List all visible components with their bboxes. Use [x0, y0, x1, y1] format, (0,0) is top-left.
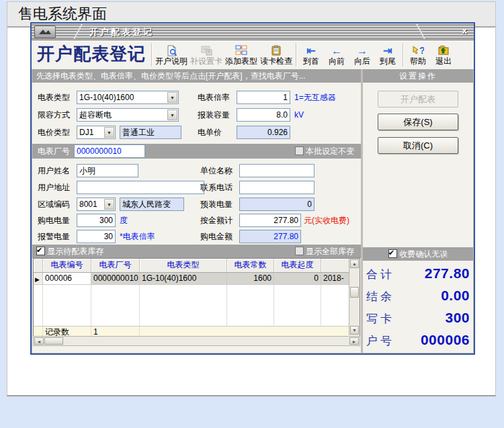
ratio-hint: 1=无互感器 — [294, 91, 336, 104]
keep-batch-label: 本批设定不变 — [306, 146, 354, 156]
grid-line — [139, 285, 140, 326]
svg-text:?: ? — [419, 45, 424, 56]
write-card-row: 写卡 300 — [363, 310, 473, 330]
account-no-value: 000006 — [421, 332, 470, 348]
column-header: 电表厂号 — [91, 259, 140, 272]
show-pending-checkbox-row[interactable]: 显示待配表库存 — [36, 245, 103, 258]
grid-line — [42, 285, 43, 326]
show-pending-checkbox[interactable] — [36, 247, 45, 255]
grid-line — [91, 285, 91, 326]
phone-input[interactable] — [239, 181, 314, 194]
capacity-input[interactable] — [237, 108, 290, 122]
toolbar-brand-title: 开户配表登记 — [32, 42, 149, 68]
read-card-check-button[interactable]: 读卡检查 — [259, 44, 294, 66]
main-form-area: 先选择电表类型、电表倍率、电价类型等后点击[开户配表]，查找电表厂号... 电表… — [32, 69, 361, 353]
vertical-scrollbar[interactable]: ▲ ▼ — [349, 259, 360, 335]
scrollbar-thumb[interactable] — [350, 287, 359, 298]
meter-type-value: 1G-10(40)1600 — [79, 93, 134, 102]
scrollbar-thumb[interactable] — [44, 337, 63, 345]
go-last-button[interactable]: ⇥ 到尾 — [375, 44, 401, 66]
scroll-up-icon[interactable]: ▲ — [350, 259, 359, 268]
unit-name-input[interactable] — [239, 164, 314, 177]
instruction-bar: 先选择电表类型、电表倍率、电价类型等后点击[开户配表]，查找电表厂号... — [32, 69, 361, 83]
toolbar-button-label: 读卡检查 — [260, 56, 292, 66]
fee-confirm-label: 收费确认无误 — [399, 249, 448, 259]
table-row[interactable]: 000006 0000000010 1G-10(40)1600 1600 0 2… — [34, 273, 360, 285]
go-first-button[interactable]: ⇤ 到首 — [298, 44, 324, 66]
factory-number-input[interactable] — [74, 144, 145, 158]
total-row: 合计 277.80 — [363, 265, 473, 286]
toolbar-button-label: 到尾 — [380, 56, 396, 66]
toolbar-button-label: 到首 — [303, 56, 319, 66]
balance-value: 0.00 — [441, 288, 470, 304]
buy-amount-value: 277.80 — [239, 230, 301, 243]
alarm-qty-label: 报警电量 — [38, 230, 70, 243]
limit-mode-label: 限容方式 — [38, 108, 70, 122]
help-button[interactable]: ? 帮助 — [405, 44, 431, 66]
user-name-input[interactable] — [77, 164, 138, 177]
address-label: 用户地址 — [38, 181, 70, 194]
limit-mode-value: 超容断电 — [79, 110, 112, 120]
scroll-right-icon[interactable]: ► — [349, 337, 359, 345]
exit-button[interactable]: 退出 — [431, 44, 456, 66]
area-code-select[interactable]: 8001 — [77, 198, 116, 211]
toolbar-separator — [296, 43, 296, 67]
row-selector-icon — [34, 273, 43, 285]
dropdown-arrow-icon[interactable] — [104, 127, 114, 138]
horizontal-scrollbar[interactable]: ◄ ► — [33, 336, 360, 346]
dropdown-arrow-icon[interactable] — [104, 199, 114, 210]
alarm-qty-input[interactable] — [77, 230, 116, 243]
grid-line — [226, 285, 227, 326]
reissue-card-button: * 补设置卡 — [189, 44, 224, 66]
scroll-down-icon[interactable]: ▼ — [350, 326, 359, 335]
grid-empty-area — [34, 285, 360, 326]
dropdown-arrow-icon[interactable] — [167, 110, 177, 120]
open-meter-button: 开户配表 — [378, 91, 458, 108]
buy-amount-label: 购电金额 — [200, 230, 233, 243]
meter-type-select[interactable]: 1G-10(40)1600 — [77, 91, 179, 104]
show-all-checkbox-row[interactable]: 显示全部库存 — [295, 245, 354, 258]
limit-mode-select[interactable]: 超容断电 — [77, 108, 179, 122]
keep-batch-checkbox[interactable] — [295, 146, 304, 155]
add-meter-type-button[interactable]: 添加表型 — [224, 44, 259, 66]
address-input[interactable] — [77, 181, 204, 194]
toolbar-button-label: 添加表型 — [225, 56, 257, 66]
grid-header-row: 电表编号 电表厂号 电表类型 电表常数 电表起度 — [34, 259, 360, 273]
dialog-body: 先选择电表类型、电表倍率、电价类型等后点击[开户配表]，查找电表厂号... 电表… — [32, 69, 474, 353]
cancel-button[interactable]: 取消(C) — [378, 137, 458, 154]
scroll-left-icon[interactable]: ◄ — [34, 337, 44, 345]
by-amount-input[interactable] — [239, 214, 301, 227]
exit-folder-icon — [431, 44, 456, 57]
total-label: 合计 — [366, 267, 394, 282]
save-button[interactable]: 保存(S) — [378, 114, 458, 130]
go-next-button[interactable]: → 向后 — [349, 44, 375, 66]
keep-batch-checkbox-row[interactable]: 本批设定不变 — [295, 144, 354, 158]
write-card-label: 写卡 — [366, 311, 394, 327]
doc-search-icon — [154, 44, 189, 57]
cell-meter-type: 1G-10(40)1600 — [140, 273, 227, 285]
actions-panel-header: 设置操作 — [363, 69, 473, 83]
dropdown-arrow-icon[interactable] — [167, 92, 177, 103]
arrow-right-icon: → — [357, 45, 368, 56]
cell-date: 2018- — [321, 273, 349, 285]
unit-name-label: 单位名称 — [200, 164, 233, 177]
toolbar-button-label: 向前 — [329, 56, 345, 66]
show-all-checkbox[interactable] — [295, 247, 304, 255]
column-header — [321, 259, 349, 272]
open-account-help-button[interactable]: 开户说明 — [154, 44, 189, 66]
show-pending-label: 显示待配表库存 — [47, 247, 103, 256]
page-title: 售电系统界面 — [7, 4, 107, 24]
window-logo-icon — [34, 26, 56, 38]
dialog-titlebar[interactable]: 开户配表登记 x — [32, 24, 474, 40]
ratio-label: 电表倍率 — [198, 91, 230, 104]
go-previous-button[interactable]: ← 向前 — [324, 44, 349, 66]
card-setup-icon: * — [189, 44, 224, 57]
buy-qty-input[interactable] — [77, 214, 116, 227]
meter-setup-section: 电表类型 1G-10(40)1600 电表倍率 1=无互感器 限容方式 超容断电 — [32, 83, 361, 144]
dialog-title: 开户配表登记 — [89, 26, 154, 38]
ratio-input[interactable] — [237, 91, 290, 104]
close-icon[interactable]: x — [459, 26, 470, 36]
price-type-select[interactable]: DJ1 — [77, 126, 116, 139]
meter-type-label: 电表类型 — [38, 91, 70, 104]
fee-confirm-checkbox[interactable] — [388, 249, 397, 258]
